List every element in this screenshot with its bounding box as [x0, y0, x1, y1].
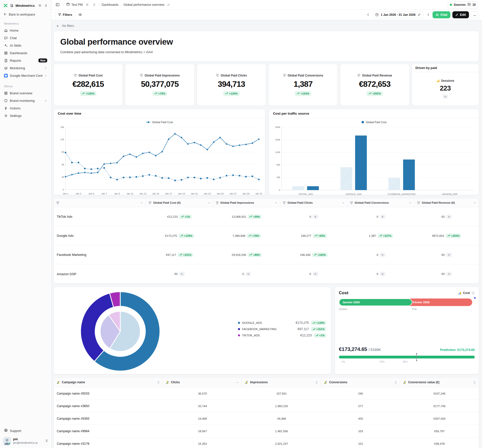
table-row[interactable]: TikTok Ads€12,223+1%13,068,931+59%0=0=€0… [54, 207, 479, 226]
compare-swap-icon [417, 13, 421, 16]
campaign-row[interactable]: Campaign name #998418,5671,481,556103€55… [54, 425, 479, 437]
sidebar-item-dashboards[interactable]: Dashboards [3, 49, 49, 57]
chat-button[interactable]: Chat [433, 11, 450, 18]
trend-up-badge: +151% [177, 253, 193, 257]
sidebar-toggle-icon[interactable] [55, 2, 60, 7]
svg-text:Jan 11: Jan 11 [127, 192, 133, 195]
project-switcher-icon[interactable] [92, 2, 97, 7]
impressions-cell: 2,021,247 [242, 442, 321, 445]
metric-blocks-icon [357, 74, 360, 77]
more-options-button[interactable]: ... [471, 11, 478, 18]
legend-value: €173,275 [296, 321, 309, 325]
svg-text:0: 0 [63, 188, 64, 191]
help-circle-icon[interactable] [471, 291, 475, 295]
breadcrumb-dashboards[interactable]: Dashboards [102, 3, 118, 7]
legend-dot-marker-icon [361, 121, 364, 124]
workspace-switcher-icon[interactable] [44, 3, 48, 8]
date-range-picker[interactable]: 1 Jan 2026 - 31 Jan 2026 [373, 11, 424, 18]
timeline-handle-dot[interactable] [474, 297, 476, 299]
page-subtitle: Combine paid advertising data connected … [60, 50, 472, 54]
user-email: pm@mindmetrics.ai [13, 441, 43, 444]
svg-text:80k: 80k [277, 164, 280, 166]
column-header[interactable]: Global Paid Conversions [347, 198, 414, 207]
bar-chart-legend[interactable]: Global Paid Cost [269, 118, 479, 124]
campaign-name: Campaign name #3176 [54, 442, 163, 445]
column-header[interactable]: Global Paid Cost (€) [146, 198, 213, 207]
trend-up-badge: +59% [248, 214, 262, 219]
sources-button[interactable]: Sources 10 [447, 1, 478, 8]
cost-over-time-chart: 03k6k9k12k15kJan 1Jan 3Jan 5Jan 7Jan 9Ja… [54, 124, 265, 198]
column-header[interactable]: Clicks [163, 378, 242, 387]
trend-up-badge: +160% [312, 253, 328, 257]
sidebar-item-reports[interactable]: ReportsNew [3, 57, 49, 64]
chat-icon [4, 36, 8, 40]
workspace-settings-gear-icon[interactable] [38, 3, 42, 8]
table-row[interactable]: Amazon DSP€0=0=0=0=€0= [54, 264, 479, 283]
sidebar-item-ai-skills[interactable]: AI Skills [3, 42, 49, 49]
charts-row: Cost over time Global Paid Cost 03k6k9k1… [53, 109, 479, 195]
kpi-card: Global Paid Clicks394,713+130% [197, 64, 266, 106]
legend-item[interactable]: TIKTOK_ADS€12,223+1% [238, 333, 326, 338]
user-profile[interactable]: pm pm@mindmetrics.ai [3, 436, 49, 446]
table-row[interactable]: Facebook Marketing€97,117+151%29,918,296… [54, 245, 479, 264]
column-header[interactable] [54, 198, 146, 207]
svg-text:Jan 13: Jan 13 [139, 192, 146, 195]
metric-blocks-icon [216, 201, 219, 204]
visibility-eye-icon[interactable] [78, 12, 83, 17]
kpi-card: Global Paid Cost€282,615+130% [53, 64, 123, 106]
project-settings-gear-icon[interactable] [85, 2, 90, 7]
sidebar-item-brand-overview[interactable]: Brand overview [3, 89, 49, 97]
legend-item[interactable]: GOOGLE_ADS€173,275+139% [238, 321, 326, 325]
column-header[interactable]: Global Paid Impressions [213, 198, 280, 207]
trend-up-badge: +151% [311, 327, 326, 331]
project-icon [66, 3, 70, 7]
trend-up-badge: +78% [247, 234, 261, 238]
kpi-label: Global Paid Revenue [357, 74, 392, 77]
legend-item[interactable]: FACEBOOK_MARKETING€97,117+151% [238, 327, 326, 331]
cost-target-value: / €100K [369, 348, 381, 352]
campaign-row[interactable]: Campaign name #317615,3532,021,247101€48… [54, 437, 479, 448]
edit-button[interactable]: Edit [452, 11, 469, 18]
svg-text:Jan 5: Jan 5 [88, 192, 94, 195]
date-next-chevron-icon[interactable] [426, 12, 431, 17]
rename-pencil-icon[interactable] [166, 2, 171, 7]
metric-blocks-icon [216, 74, 219, 77]
column-header[interactable]: Impressions [242, 378, 321, 387]
sidebar-item-actions[interactable]: Actions [3, 104, 49, 112]
budget-marker[interactable] [416, 354, 417, 360]
campaign-row[interactable]: Campaign name #365020,7441,960,103277€17… [54, 400, 479, 412]
period-bar-january[interactable]: Janvier 2026 [339, 298, 412, 306]
filters-button[interactable]: Filters [55, 11, 75, 18]
trend-up-icon [179, 254, 182, 256]
campaign-row[interactable]: Campaign name #539319,46834,468425€307,9… [54, 412, 479, 425]
campaign-row[interactable]: Campaign name #503336,570107,551245€167,… [54, 387, 479, 400]
svg-text:Jan 9: Jan 9 [114, 192, 120, 195]
sidebar-item-support[interactable]: Support [3, 427, 49, 436]
conversions-value-cell: €167,246 [400, 392, 479, 395]
chevron-down-icon [342, 201, 345, 204]
sidebar-item-home[interactable]: Home [3, 27, 49, 34]
sidebar-item-settings[interactable]: Settings [3, 112, 49, 119]
add-filter-button[interactable]: + [55, 24, 60, 28]
svg-text:15k: 15k [60, 126, 64, 128]
column-header[interactable]: Global Paid Clicks [280, 198, 347, 207]
line-chart-legend[interactable]: Global Paid Cost [54, 118, 265, 124]
breadcrumb-project[interactable]: Test PM [66, 3, 83, 7]
sidebar-item-chat[interactable]: Chat [3, 34, 49, 42]
no-change-badge: = [443, 94, 448, 99]
column-header[interactable]: Conversions value (€) [400, 378, 479, 387]
back-to-workspace-link[interactable]: Back to workspace [3, 11, 49, 20]
sidebar-item-brand-monitoring[interactable]: Brand monitoring [3, 97, 49, 104]
sidebar-item-google-merchant-center[interactable]: Google Merchant Center [3, 72, 49, 79]
table-row[interactable]: Google Ads€173,275+139%7,389,848+78%148,… [54, 226, 479, 245]
date-prev-chevron-icon[interactable] [366, 12, 371, 17]
budget-progress-bar[interactable] [339, 356, 475, 358]
column-header[interactable]: Conversions [321, 378, 400, 387]
svg-text:TIKTOK_ADS: TIKTOK_ADS [298, 193, 313, 195]
sidebar-nav-primary: HomeChatAI SkillsDashboardsReportsNewMon… [3, 27, 49, 79]
period-bar-february[interactable]: Février 2026 [410, 298, 472, 306]
column-header[interactable]: Campaign name [54, 378, 163, 387]
sidebar-item-monitoring[interactable]: Monitoring [3, 64, 49, 72]
metric-cell: 0= [347, 272, 414, 276]
column-header[interactable]: Global Paid Revenue (€) [414, 198, 479, 207]
